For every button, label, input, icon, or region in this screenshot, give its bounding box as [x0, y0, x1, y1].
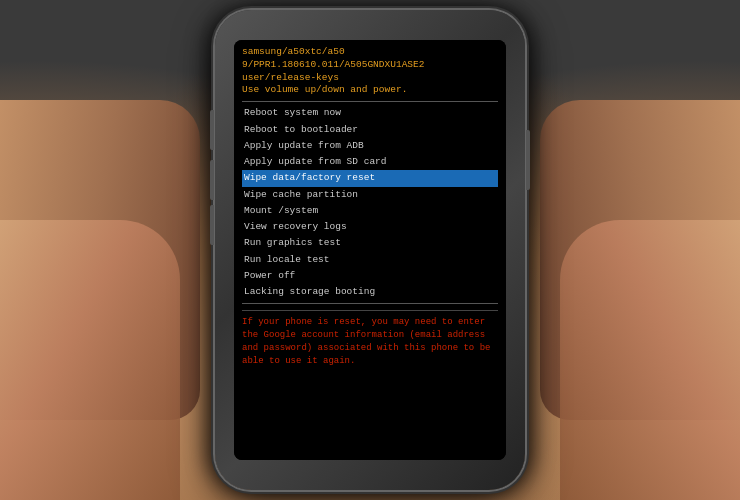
recovery-ui: samsung/a50xtc/a50 9/PPR1.180610.011/A50…: [234, 40, 506, 460]
menu-item-9[interactable]: Run locale test: [242, 252, 498, 268]
divider-top: [242, 101, 498, 102]
menu-list: Reboot system nowReboot to bootloaderApp…: [242, 105, 498, 300]
phone-screen: samsung/a50xtc/a50 9/PPR1.180610.011/A50…: [234, 40, 506, 460]
menu-item-2[interactable]: Apply update from ADB: [242, 138, 498, 154]
menu-item-5[interactable]: Wipe cache partition: [242, 187, 498, 203]
scene: samsung/a50xtc/a50 9/PPR1.180610.011/A50…: [0, 0, 740, 500]
menu-item-8[interactable]: Run graphics test: [242, 235, 498, 251]
header-line1: samsung/a50xtc/a50: [242, 46, 498, 59]
warning-text: If your phone is reset, you may need to …: [242, 310, 498, 368]
menu-item-0[interactable]: Reboot system now: [242, 105, 498, 121]
menu-item-4[interactable]: Wipe data/factory reset: [242, 170, 498, 186]
header-line2: 9/PPR1.180610.011/A505GNDXU1ASE2: [242, 59, 498, 72]
menu-item-10[interactable]: Power off: [242, 268, 498, 284]
phone: samsung/a50xtc/a50 9/PPR1.180610.011/A50…: [215, 10, 525, 490]
header-info: samsung/a50xtc/a50 9/PPR1.180610.011/A50…: [242, 46, 498, 97]
finger-left: [0, 220, 180, 500]
phone-shell: samsung/a50xtc/a50 9/PPR1.180610.011/A50…: [215, 10, 525, 490]
menu-item-11[interactable]: Lacking storage booting: [242, 284, 498, 300]
menu-item-6[interactable]: Mount /system: [242, 203, 498, 219]
menu-item-3[interactable]: Apply update from SD card: [242, 154, 498, 170]
divider-bottom: [242, 303, 498, 304]
header-line3: user/release-keys: [242, 72, 498, 85]
menu-item-1[interactable]: Reboot to bootloader: [242, 122, 498, 138]
header-line4: Use volume up/down and power.: [242, 84, 498, 97]
menu-item-7[interactable]: View recovery logs: [242, 219, 498, 235]
finger-right: [560, 220, 740, 500]
